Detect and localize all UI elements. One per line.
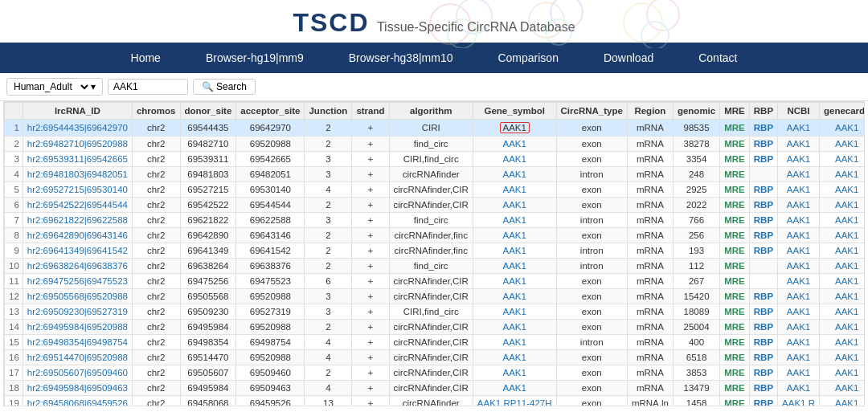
ncbi[interactable]: AAK1 <box>778 381 820 396</box>
ncbi[interactable]: AAK1 <box>778 213 820 228</box>
circrna-id[interactable]: hr2:69621822|69622588 <box>23 213 132 228</box>
mre[interactable]: MRE <box>720 274 750 289</box>
genecards-link[interactable]: AAK1 <box>835 337 858 347</box>
genecards[interactable]: AAK1 <box>819 365 865 381</box>
ncbi[interactable]: AAK1 <box>778 182 820 198</box>
mre-link[interactable]: MRE <box>724 246 745 255</box>
rbp[interactable]: RBP <box>749 396 777 407</box>
ncbi[interactable]: AAK1 <box>778 304 820 320</box>
ncbi[interactable]: AAK1,R <box>778 396 820 407</box>
rbp-link[interactable]: RBP <box>754 292 773 301</box>
mre-link[interactable]: MRE <box>724 123 745 133</box>
rbp-link[interactable]: RBP <box>754 398 773 406</box>
mre[interactable]: MRE <box>720 365 750 381</box>
circrna-id[interactable]: hr2:69498354|69498754 <box>23 335 132 350</box>
rbp-link[interactable]: RBP <box>754 215 773 225</box>
gene-symbol-link[interactable]: AAK1 <box>503 215 526 225</box>
ncbi[interactable]: AAK1 <box>778 289 820 304</box>
circrna-id[interactable]: hr2:69482710|69520988 <box>23 137 132 152</box>
ncbi[interactable]: AAK1 <box>778 167 820 182</box>
mre[interactable]: MRE <box>720 381 750 396</box>
mre[interactable]: MRE <box>720 228 750 243</box>
mre-link[interactable]: MRE <box>724 261 745 271</box>
mre-link[interactable]: MRE <box>724 139 745 149</box>
circrna-id[interactable]: hr2:69509230|69527319 <box>23 304 132 320</box>
circrna-id[interactable]: hr2:69481803|69482051 <box>23 167 132 182</box>
genecards-link[interactable]: AAK1 <box>835 154 858 164</box>
table-row[interactable]: 1 hr2:69544435|69642970 chr2 69544435 69… <box>5 120 866 137</box>
table-row[interactable]: 19 hr2:69458068|69459526 chr2 69458068 6… <box>5 396 866 407</box>
ncbi-link[interactable]: AAK1 <box>787 215 810 225</box>
rbp-link[interactable]: RBP <box>754 337 773 347</box>
ncbi-link[interactable]: AAK1 <box>787 200 810 210</box>
gene-symbol-link[interactable]: AAK1 <box>503 200 526 210</box>
rbp[interactable]: RBP <box>749 243 777 259</box>
genecards[interactable]: AAK1 <box>819 137 865 152</box>
rbp[interactable]: RBP <box>749 335 777 350</box>
table-row[interactable]: 13 hr2:69509230|69527319 chr2 69509230 6… <box>5 304 866 320</box>
rbp[interactable]: RBP <box>749 365 777 381</box>
genecards-link[interactable]: AAK1 <box>835 307 858 316</box>
gene-symbol-link[interactable]: AAK1 <box>503 292 526 301</box>
rbp[interactable] <box>749 167 777 182</box>
genecards-link[interactable]: AAK1 <box>835 215 858 225</box>
genecards[interactable]: AAK1 <box>819 228 865 243</box>
genecards-link[interactable]: AAK1 <box>835 169 858 179</box>
ncbi[interactable]: AAK1 <box>778 259 820 274</box>
mre[interactable]: MRE <box>720 304 750 320</box>
table-row[interactable]: 18 hr2:69495984|69509463 chr2 69495984 6… <box>5 381 866 396</box>
ncbi[interactable]: AAK1 <box>778 350 820 365</box>
gene-symbol-link[interactable]: AAK1 <box>503 169 526 179</box>
ncbi[interactable]: AAK1 <box>778 365 820 381</box>
gene-symbol[interactable]: AAK1 <box>473 289 556 304</box>
rbp[interactable] <box>749 259 777 274</box>
ncbi-link[interactable]: AAK1 <box>787 185 810 194</box>
genecards[interactable]: AAK1 <box>819 198 865 213</box>
table-row[interactable]: 7 hr2:69621822|69622588 chr2 69621822 69… <box>5 213 866 228</box>
gene-symbol[interactable]: AAK1 <box>473 120 556 137</box>
nav-download[interactable]: Download <box>581 43 676 73</box>
ncbi-link[interactable]: AAK1 <box>787 139 810 149</box>
mre-link[interactable]: MRE <box>724 185 745 194</box>
ncbi-link[interactable]: AAK1 <box>787 307 810 316</box>
mre[interactable]: MRE <box>720 152 750 167</box>
ncbi-link[interactable]: AAK1 <box>787 169 810 179</box>
rbp-link[interactable]: RBP <box>754 154 773 164</box>
gene-symbol[interactable]: AAK1 <box>473 243 556 259</box>
gene-symbol-link[interactable]: AAK1 <box>503 353 526 362</box>
mre[interactable]: MRE <box>720 213 750 228</box>
rbp[interactable]: RBP <box>749 152 777 167</box>
mre-link[interactable]: MRE <box>724 200 745 210</box>
circrna-id[interactable]: hr2:69544435|69642970 <box>23 120 132 137</box>
rbp-link[interactable]: RBP <box>754 200 773 210</box>
genecards-link[interactable]: AAK1 <box>835 185 858 194</box>
mre-link[interactable]: MRE <box>724 215 745 225</box>
mre[interactable]: MRE <box>720 198 750 213</box>
nav-comparison[interactable]: Comparison <box>475 43 580 73</box>
gene-symbol[interactable]: AAK1 <box>473 259 556 274</box>
genecards[interactable]: AAK1 <box>819 259 865 274</box>
table-row[interactable]: 14 hr2:69495984|69520988 chr2 69495984 6… <box>5 320 866 335</box>
search-button[interactable]: 🔍 Search <box>193 79 256 95</box>
rbp-link[interactable]: RBP <box>754 322 773 332</box>
rbp[interactable]: RBP <box>749 137 777 152</box>
gene-symbol[interactable]: AAK1 <box>473 137 556 152</box>
gene-symbol[interactable]: AAK1 <box>473 182 556 198</box>
rbp-link[interactable]: RBP <box>754 123 773 133</box>
gene-symbol-link[interactable]: AAK1 <box>503 261 526 271</box>
table-row[interactable]: 10 hr2:69638264|69638376 chr2 69638264 6… <box>5 259 866 274</box>
ncbi[interactable]: AAK1 <box>778 152 820 167</box>
genecards[interactable]: AAK1 <box>819 120 865 137</box>
rbp-link[interactable]: RBP <box>754 353 773 362</box>
genecards[interactable]: AAK1 <box>819 381 865 396</box>
gene-symbol-link[interactable]: AAK1 <box>503 337 526 347</box>
gene-symbol[interactable]: AAK1 <box>473 274 556 289</box>
gene-symbol[interactable]: AAK1 <box>473 335 556 350</box>
mre[interactable]: MRE <box>720 289 750 304</box>
genecards[interactable]: AAK1 <box>819 396 865 407</box>
ncbi[interactable]: AAK1 <box>778 228 820 243</box>
table-row[interactable]: 15 hr2:69498354|69498754 chr2 69498354 6… <box>5 335 866 350</box>
rbp[interactable]: RBP <box>749 381 777 396</box>
ncbi-link[interactable]: AAK1 <box>787 261 810 271</box>
mre-link[interactable]: MRE <box>724 169 745 179</box>
